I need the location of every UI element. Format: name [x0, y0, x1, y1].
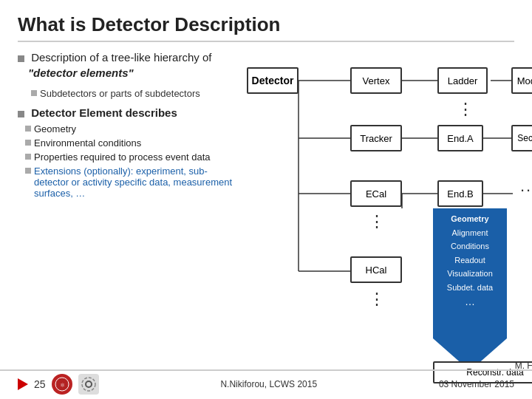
env-label: Environmental conditions: [34, 137, 141, 149]
bullet-list: Geometry Environmental conditions Proper…: [25, 123, 239, 199]
blue-item-geometry: Geometry: [451, 213, 488, 225]
footer-left: 25 ⚛: [18, 374, 99, 395]
slide-title: What is Detector Description: [18, 13, 514, 42]
footer-right: 03 November 2015: [439, 379, 514, 389]
blue-item-readout: Readout: [454, 254, 485, 267]
left-panel: Description of a tree-like hierarchy of …: [18, 50, 239, 360]
sq-props: [25, 154, 31, 160]
ladder-label: Ladder: [448, 75, 477, 86]
geometry-label: Geometry: [34, 123, 76, 134]
vertex-box: Vertex: [350, 67, 402, 94]
blue-item-visualization: Visualization: [447, 267, 493, 280]
logo-gear: [78, 374, 99, 395]
module-label: Module: [517, 75, 532, 86]
detector-element-header: Detector Element describes: [18, 106, 239, 119]
logo-circle: ⚛: [52, 374, 72, 395]
page-number: 25: [34, 378, 46, 390]
ecal-label: ECal: [366, 188, 386, 200]
item-geometry: Geometry: [25, 123, 239, 134]
svg-point-18: [82, 378, 95, 391]
sq-geometry: [25, 126, 31, 132]
sq-env: [25, 140, 31, 146]
props-label: Properties required to process event dat…: [34, 151, 210, 163]
bullet-square: [18, 55, 24, 62]
footer-center: N.Nikiforou, LCWS 2015: [220, 379, 317, 389]
slide: What is Detector Description Description…: [0, 0, 532, 399]
sq-ext: [25, 168, 31, 174]
endA-label: End.A: [447, 133, 473, 144]
dots-ladder: ⋮: [457, 100, 474, 119]
sub1-item: Subdetectors or parts of subdetectors: [31, 88, 239, 99]
detector-label: Detector: [252, 75, 294, 86]
hcal-box: HCal: [350, 256, 402, 283]
svg-text:⚛: ⚛: [59, 382, 64, 389]
desc-bold: "detector elements": [28, 66, 134, 79]
blue-item-alignment: Alignment: [452, 227, 488, 239]
tracker-label: Tracker: [360, 133, 392, 144]
tracker-box: Tracker: [350, 125, 402, 151]
diagram: Detector Vertex Tracker ECal ⋮: [239, 50, 532, 360]
detector-label-text: Detector Element describes: [31, 106, 177, 119]
sector1-box: Sector1: [511, 125, 532, 151]
item-props: Properties required to process event dat…: [25, 151, 239, 163]
sub1-label: Subdetectors or parts of subdetectors: [40, 88, 200, 99]
vertex-label: Vertex: [363, 75, 390, 86]
bullet-det: [18, 111, 24, 117]
play-icon: [18, 378, 28, 390]
blue-items-container: Geometry Alignment Conditions Readout Vi…: [433, 208, 507, 371]
svg-line-14: [402, 201, 435, 227]
ext-label: Extensions (optionally): experiment, sub…: [34, 166, 239, 199]
endA-box: End.A: [437, 125, 483, 151]
blue-pentagon: Geometry Alignment Conditions Readout Vi…: [433, 208, 507, 371]
detector-box: Detector: [247, 67, 299, 94]
footer: 25 ⚛ N.Nikiforou, LCWS 2015 03 November …: [0, 369, 532, 395]
blue-item-subdet: Subdet. data: [447, 282, 493, 294]
desc-text1: Description of a tree-like hierarchy of: [31, 51, 211, 64]
dots-middle: ⋮: [369, 212, 386, 231]
ladder-box: Ladder: [437, 67, 488, 94]
endB-label: End.B: [447, 188, 473, 200]
dots-bottom: ⋮: [369, 290, 385, 309]
dots-endB: ···: [520, 180, 532, 200]
ecal-box: ECal: [350, 180, 402, 207]
item-ext: Extensions (optionally): experiment, sub…: [25, 166, 239, 199]
module-box: Module: [511, 67, 532, 94]
hcal-label: HCal: [366, 265, 387, 276]
footer-logos: ⚛: [52, 374, 99, 395]
blue-item-conditions: Conditions: [451, 240, 489, 253]
sector1-label: Sector1: [517, 133, 532, 143]
blue-item-ellipsis: …: [465, 295, 475, 308]
svg-point-17: [86, 381, 92, 387]
right-panel: Detector Vertex Tracker ECal ⋮: [239, 50, 532, 360]
item-env: Environmental conditions: [25, 137, 239, 149]
sub1-square: [31, 90, 37, 96]
desc-intro: Description of a tree-like hierarchy of …: [18, 50, 239, 81]
endB-box: End.B: [437, 180, 483, 207]
content-area: Description of a tree-like hierarchy of …: [18, 50, 514, 360]
